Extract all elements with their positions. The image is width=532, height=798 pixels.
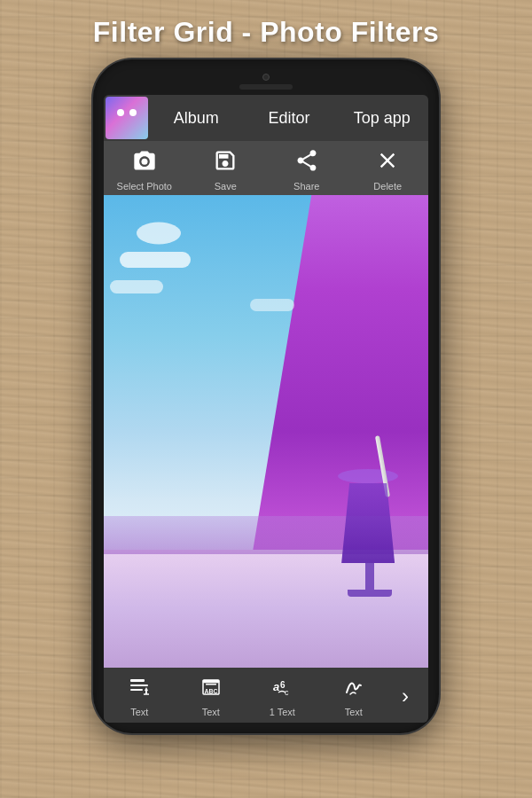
svg-text:c: c (285, 688, 289, 697)
text-cursive-label: Text (345, 707, 363, 717)
svg-text:ABC: ABC (204, 688, 217, 694)
cloud-1-puff (137, 222, 181, 244)
save-icon (213, 148, 238, 177)
save-label: Save (215, 181, 237, 192)
chevron-right-icon: › (402, 684, 409, 708)
tab-items: Album Editor Top app (150, 109, 428, 128)
text-abc-sub-button[interactable]: a 6 c 1 Text (246, 675, 318, 717)
select-photo-label: Select Photo (117, 181, 172, 192)
next-button[interactable]: › (389, 680, 421, 712)
photo-area (104, 195, 428, 668)
app-thumbnail[interactable] (106, 97, 148, 139)
text-edit-label: Text (130, 707, 148, 717)
thumbnail-eyes (117, 109, 137, 116)
text-abc-icon: ABC (199, 675, 223, 703)
tab-album[interactable]: Album (150, 109, 243, 128)
svg-rect-7 (206, 684, 216, 685)
text-cursive-button[interactable]: Text (318, 675, 390, 717)
thumbnail-image (106, 97, 148, 139)
delete-button[interactable]: Delete (348, 148, 429, 192)
tab-bar: Album Editor Top app (104, 95, 428, 141)
share-icon (294, 148, 319, 177)
drink-glass-body (341, 483, 395, 563)
drink-glass-container (341, 471, 398, 597)
phone-top-area (104, 70, 428, 95)
bottom-toolbar: Text ABC Text a (104, 668, 428, 723)
drink-base (348, 590, 392, 597)
share-button[interactable]: Share (266, 148, 348, 192)
tab-top-app[interactable]: Top app (335, 109, 428, 128)
camera-icon (132, 148, 157, 177)
cloud-3 (250, 299, 294, 311)
text-abc-sub-label: 1 Text (270, 707, 295, 717)
svg-point-0 (141, 159, 147, 165)
phone-frame: Album Editor Top app Select Photo (93, 59, 439, 733)
delete-label: Delete (373, 181, 402, 192)
text-cursive-icon (341, 675, 366, 703)
main-toolbar: Select Photo Save Share (104, 141, 428, 195)
delete-icon (375, 148, 400, 177)
eye-left (117, 109, 124, 116)
phone-camera (262, 74, 270, 81)
text-edit-button[interactable]: Text (104, 675, 176, 717)
svg-rect-2 (130, 685, 148, 686)
phone-screen: Album Editor Top app Select Photo (104, 95, 428, 723)
cloud-2 (110, 280, 163, 293)
svg-rect-3 (130, 689, 143, 691)
svg-rect-1 (130, 679, 145, 682)
eye-right (129, 109, 137, 116)
app-title: Filter Grid - Photo Filters (84, 0, 448, 59)
tab-editor[interactable]: Editor (243, 109, 336, 128)
phone-speaker (239, 84, 293, 90)
drink-top (338, 469, 398, 483)
select-photo-button[interactable]: Select Photo (104, 148, 185, 192)
text-edit-icon (127, 675, 152, 703)
svg-text:a: a (273, 680, 279, 693)
cloud-1 (120, 252, 191, 268)
text-abc-sub-icon: a 6 c (270, 675, 294, 703)
text-abc-label: Text (202, 707, 220, 717)
save-button[interactable]: Save (185, 148, 267, 192)
drink-stem (365, 563, 374, 590)
text-abc-button[interactable]: ABC Text (176, 675, 247, 717)
share-label: Share (293, 181, 319, 192)
